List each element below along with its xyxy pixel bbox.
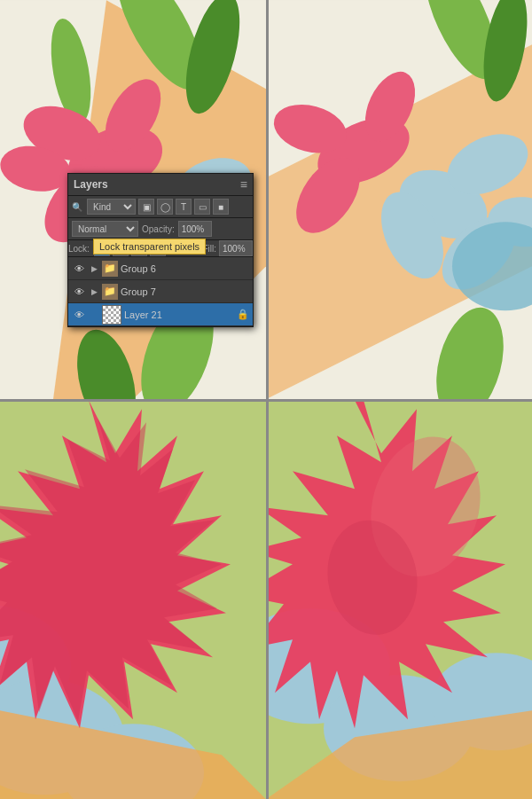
opacity-value[interactable]: 100%	[178, 221, 212, 237]
canvas-area: Layers ≡ 🔍 Kind ▣ ◯ T ▭ ■ Normal Op	[0, 0, 532, 799]
folder-icon-group6: 📁	[102, 261, 118, 277]
visibility-toggle-group7[interactable]: 👁	[72, 285, 86, 299]
layer-row-group6[interactable]: 👁 ▶ 📁 Group 6	[68, 257, 253, 280]
vertical-divider	[266, 0, 269, 799]
layer-name-layer21: Layer 21	[124, 309, 234, 320]
quadrant-top-left: Layers ≡ 🔍 Kind ▣ ◯ T ▭ ■ Normal Op	[0, 0, 266, 400]
lock-label: Lock:	[68, 244, 90, 254]
quadrant-bottom-right	[266, 400, 532, 800]
layers-menu-icon[interactable]: ≡	[240, 177, 247, 192]
quadrant-top-right	[266, 0, 532, 400]
filter-label: 🔍	[72, 202, 82, 212]
layer-thumbnail-layer21	[102, 305, 121, 325]
layers-blend-row: Normal Opacity: 100%	[68, 218, 253, 240]
layer-name-group7: Group 7	[121, 286, 249, 297]
fill-value[interactable]: 100%	[219, 240, 253, 256]
opacity-label: Opacity:	[142, 224, 175, 234]
layers-panel: Layers ≡ 🔍 Kind ▣ ◯ T ▭ ■ Normal Op	[67, 173, 254, 327]
shape-filter-btn[interactable]: ▭	[194, 199, 210, 215]
layers-panel-header: Layers ≡	[68, 174, 253, 196]
quadrant-bottom-left	[0, 400, 266, 800]
lock-tooltip: Lock transparent pixels	[93, 239, 206, 255]
layer-name-group6: Group 6	[121, 263, 249, 274]
expand-arrow-group6[interactable]: ▶	[89, 263, 99, 274]
blend-mode-select[interactable]: Normal	[72, 221, 138, 237]
visibility-toggle-group6[interactable]: 👁	[72, 262, 86, 276]
type-filter-btn[interactable]: T	[176, 199, 192, 215]
layer-row-group7[interactable]: 👁 ▶ 📁 Group 7	[68, 280, 253, 303]
layer-row-layer21[interactable]: 👁 ▶ Layer 21 🔒	[68, 303, 253, 326]
folder-icon-group7: 📁	[102, 284, 118, 300]
adjustment-filter-btn[interactable]: ◯	[157, 199, 173, 215]
layers-lock-row: Lock: ■ / ✚ 🔒 Fill: 100% Lock transparen…	[68, 240, 253, 257]
pixel-filter-btn[interactable]: ▣	[138, 199, 154, 215]
layer-kind-select[interactable]: Kind	[87, 199, 136, 215]
visibility-toggle-layer21[interactable]: 👁	[72, 308, 86, 322]
layers-title: Layers	[74, 178, 108, 191]
layer-lock-icon-layer21: 🔒	[237, 309, 249, 320]
expand-arrow-group7[interactable]: ▶	[89, 286, 99, 297]
smart-filter-btn[interactable]: ■	[213, 199, 229, 215]
layers-search-row: 🔍 Kind ▣ ◯ T ▭ ■	[68, 196, 253, 218]
